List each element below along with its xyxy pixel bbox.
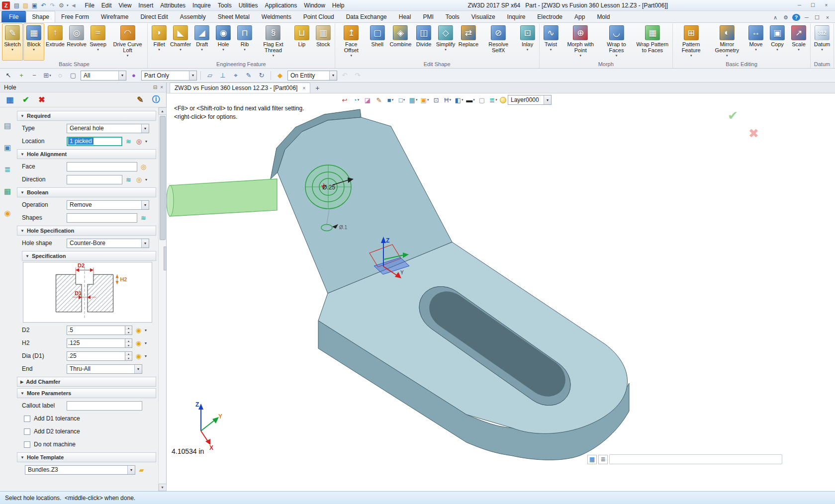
datum-button[interactable]: 312Datum▾: [812, 23, 833, 61]
draft-button[interactable]: ◢Draft▾: [191, 23, 212, 61]
new-tab-button[interactable]: +: [312, 83, 322, 93]
menu-tools[interactable]: Tools: [214, 0, 235, 10]
sweep-dropdown-arrow[interactable]: ▾: [97, 48, 99, 52]
snap-mode-combo-arrow[interactable]: ▾: [329, 71, 337, 80]
ribbon-collapse-icon[interactable]: ∧: [771, 14, 779, 21]
menu-applications[interactable]: Applications: [261, 0, 300, 10]
pick-scope-combo-arrow[interactable]: ▾: [189, 71, 196, 80]
shape-filter-icon[interactable]: ▦: [5, 95, 15, 104]
block-dropdown-arrow[interactable]: ▾: [33, 48, 35, 52]
copy-button[interactable]: ▣Copy▾: [767, 23, 788, 61]
customize-icon-arrow[interactable]: ▾: [67, 3, 69, 7]
section-collapse-icon[interactable]: ▼: [25, 254, 29, 258]
ribbon-tab-visualize[interactable]: Visualize: [465, 11, 501, 22]
refresh-pick-icon[interactable]: ↻: [256, 70, 267, 81]
pick-target-icon[interactable]: ◎: [139, 163, 148, 171]
panel-close-icon[interactable]: ×: [160, 84, 163, 90]
menu-window[interactable]: Window: [300, 0, 329, 10]
undo-icon[interactable]: ↶: [40, 1, 47, 9]
inlay-button[interactable]: ⊡Inlay▾: [517, 23, 538, 61]
d2-options-arrow[interactable]: ▾: [145, 328, 149, 333]
menu-edit[interactable]: Edit: [98, 0, 115, 10]
hole-button[interactable]: ◉Hole▾: [213, 23, 234, 61]
section-collapse-icon[interactable]: ▼: [20, 455, 24, 460]
wireframe-mode-icon[interactable]: □▾: [397, 95, 407, 105]
copy-dropdown-arrow[interactable]: ▾: [776, 48, 778, 52]
ribbon-tab-weldments[interactable]: Weldments: [256, 11, 297, 22]
combine-button[interactable]: ◈Combine: [388, 23, 413, 61]
reset-button[interactable]: ✎: [135, 95, 145, 104]
morph-with-point-dropdown-arrow[interactable]: ▾: [580, 54, 582, 58]
table-display-icon[interactable]: ▦: [587, 455, 597, 464]
info-button[interactable]: ⓘ: [151, 94, 161, 105]
h2-options-arrow[interactable]: ▾: [145, 341, 149, 345]
add-d2-tolerance-checkbox[interactable]: [24, 428, 30, 435]
end-combo-arrow[interactable]: ▾: [134, 365, 142, 373]
ribbon-tab-direct-edit[interactable]: Direct Edit: [134, 11, 174, 22]
expand-list-icon[interactable]: ≋: [139, 214, 148, 222]
layer-combo[interactable]: Layer0000▾: [508, 95, 552, 105]
history-manager-icon[interactable]: ▤: [4, 121, 11, 130]
hole-preview-cylinder[interactable]: [167, 179, 277, 216]
fillet-button[interactable]: ◗Fillet▾: [149, 23, 170, 61]
confirm-cancel-button[interactable]: ✖: [748, 126, 759, 141]
3d-scene[interactable]: Ø.25 Ø.1 Z Y: [167, 93, 835, 491]
remove-pick-icon[interactable]: −: [29, 70, 40, 81]
window-pick-icon[interactable]: ▢: [68, 70, 79, 81]
bounding-box-icon[interactable]: ▣▾: [420, 95, 430, 105]
section-add-chamfer[interactable]: ▶Add Chamfer: [17, 377, 156, 387]
layer-combo-arrow[interactable]: ▾: [544, 95, 551, 104]
inlay-dropdown-arrow[interactable]: ▾: [527, 48, 529, 52]
sketch-button[interactable]: ✎Sketch▾: [2, 23, 23, 61]
browse-template-icon[interactable]: ▰: [137, 466, 146, 474]
target-point-icon[interactable]: ⌖: [230, 70, 241, 81]
h2-input[interactable]: .125: [67, 338, 125, 348]
stock-button[interactable]: ▥Stock: [313, 23, 334, 61]
do-not-machine-checkbox[interactable]: [24, 441, 30, 448]
pattern-feature-button[interactable]: ⊞Pattern Feature▾: [674, 23, 709, 61]
menu-insert[interactable]: Insert: [135, 0, 157, 10]
section-collapse-icon[interactable]: ▶: [20, 380, 23, 384]
open-file-icon[interactable]: ▨: [22, 1, 29, 9]
wrap-pattern-to-faces-button[interactable]: ▦Wrap Pattern to Faces: [634, 23, 671, 61]
section-collapse-icon[interactable]: ▼: [20, 190, 24, 195]
align-plane-icon[interactable]: Ħ▾: [443, 95, 453, 105]
add-pick-icon[interactable]: +: [16, 70, 27, 81]
pick-options-icon[interactable]: ⊞▾: [42, 70, 53, 81]
mirror-geometry-button[interactable]: ◐Mirror Geometry▾: [709, 23, 745, 61]
snap-icon[interactable]: ◆: [275, 70, 285, 81]
help-icon[interactable]: ?: [792, 14, 800, 21]
bundles-z3-combo-arrow[interactable]: ▾: [127, 466, 135, 474]
simplify-dropdown-arrow[interactable]: ▾: [445, 48, 447, 52]
maximize-button[interactable]: ☐: [806, 1, 820, 10]
replace-button[interactable]: ⇄Replace: [457, 23, 480, 61]
snap-mode-combo[interactable]: On Entity▾: [287, 71, 337, 81]
ribbon-tab-data-exchange[interactable]: Data Exchange: [340, 11, 393, 22]
face-display-icon[interactable]: ▦▾: [408, 95, 418, 105]
tab-close-icon[interactable]: ×: [302, 85, 305, 91]
twist-button[interactable]: ∿Twist▾: [541, 23, 561, 61]
end-combo[interactable]: Thru-All▾: [67, 364, 142, 374]
d2-spinner[interactable]: ▴▾: [125, 326, 132, 335]
color-filter-icon[interactable]: ●: [128, 70, 139, 81]
expand-list-icon[interactable]: ≋: [124, 137, 133, 146]
visual-manager-icon[interactable]: ▦: [4, 187, 11, 196]
lip-button[interactable]: ⊔Lip: [291, 23, 312, 61]
ribbon-tab-pmi[interactable]: PMI: [417, 11, 439, 22]
section-required[interactable]: ▼Required: [17, 111, 156, 121]
layer-display-icon[interactable]: ≣▾: [488, 95, 498, 105]
ribbon-tab-file[interactable]: File: [1, 11, 26, 22]
plane-align-icon[interactable]: ▱: [204, 70, 215, 81]
cancel-button[interactable]: ✖: [37, 95, 47, 104]
callout-label-input[interactable]: [67, 401, 142, 411]
scroll-up-button[interactable]: ▲: [159, 107, 167, 115]
layer-bulb-icon[interactable]: [500, 97, 506, 103]
drive-curve-loft-dropdown-arrow[interactable]: ▾: [127, 54, 129, 58]
section-collapse-icon[interactable]: ▼: [20, 229, 24, 233]
paint-face-icon[interactable]: ✎: [374, 95, 384, 105]
ribbon-tab-sheet-metal[interactable]: Sheet Metal: [212, 11, 256, 22]
section-collapse-icon[interactable]: ▼: [20, 114, 24, 118]
rib-dropdown-arrow[interactable]: ▾: [244, 48, 246, 52]
dia-d1-input[interactable]: .25: [67, 351, 125, 361]
section-hole-alignment[interactable]: ▼Hole Alignment: [17, 149, 156, 159]
